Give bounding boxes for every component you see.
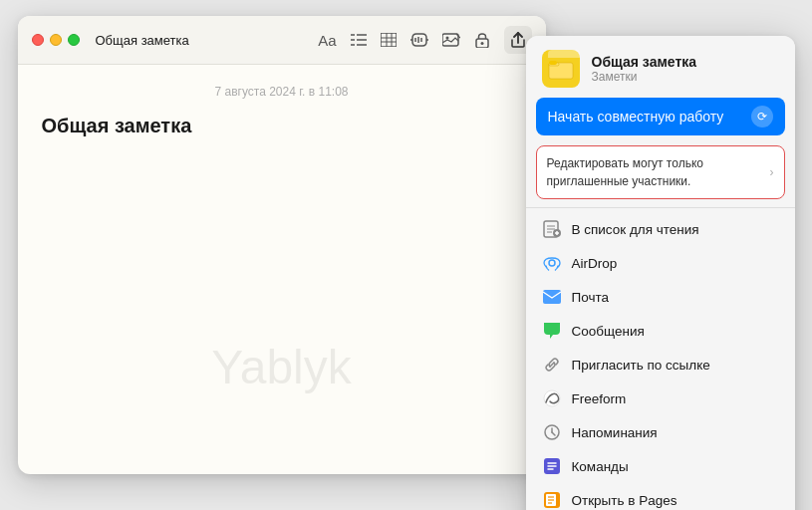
- menu-item-pages[interactable]: Открыть в Pages: [526, 483, 795, 510]
- reminders-icon: [542, 422, 562, 442]
- watermark: Yablyk: [211, 340, 352, 394]
- svg-rect-16: [442, 34, 458, 46]
- dropdown-menu: Общая заметка Заметки Начать совместную …: [526, 36, 795, 510]
- reading-list-label: В список для чтения: [572, 222, 699, 237]
- notes-window: Общая заметка Aa: [18, 16, 546, 474]
- svg-point-30: [549, 260, 555, 266]
- invite-chevron-icon: ›: [770, 163, 774, 181]
- window-title: Общая заметка: [96, 33, 189, 48]
- table-icon[interactable]: [381, 33, 397, 47]
- menu-item-link[interactable]: Пригласить по ссылке: [526, 348, 795, 382]
- close-button[interactable]: [32, 34, 44, 46]
- svg-point-33: [544, 390, 560, 406]
- collab-label: Начать совместную работу: [548, 109, 724, 125]
- menu-note-title: Общая заметка: [592, 54, 697, 70]
- note-date: 7 августа 2024 г. в 11:08: [42, 85, 522, 99]
- menu-note-subtitle: Заметки: [592, 70, 697, 84]
- notes-content: 7 августа 2024 г. в 11:08 Общая заметка …: [18, 65, 546, 474]
- menu-item-messages[interactable]: Сообщения: [526, 314, 795, 348]
- audio-icon[interactable]: [410, 33, 428, 47]
- media-icon[interactable]: [442, 33, 460, 47]
- svg-rect-31: [543, 290, 561, 304]
- collab-section: Начать совместную работу ⟳: [526, 98, 795, 145]
- traffic-lights: [32, 34, 80, 46]
- airdrop-icon: [542, 253, 562, 273]
- lock-icon[interactable]: [474, 32, 490, 48]
- mail-label: Почта: [572, 290, 610, 305]
- svg-rect-22: [549, 61, 557, 65]
- commands-icon: [542, 456, 562, 476]
- note-title: Общая заметка: [42, 115, 522, 137]
- link-icon: [542, 355, 562, 375]
- toolbar-icons: Aa: [318, 26, 531, 54]
- link-label: Пригласить по ссылке: [572, 358, 710, 373]
- collab-button[interactable]: Начать совместную работу ⟳: [536, 98, 785, 135]
- reading-list-icon: [542, 219, 562, 239]
- pages-label: Открыть в Pages: [572, 493, 677, 508]
- freeform-icon: [542, 388, 562, 408]
- menu-item-reminders[interactable]: Напоминания: [526, 415, 795, 449]
- collab-icon: ⟳: [751, 106, 773, 128]
- menu-item-freeform[interactable]: Freeform: [526, 382, 795, 415]
- titlebar: Общая заметка Aa: [18, 16, 546, 65]
- svg-rect-6: [381, 33, 397, 47]
- freeform-label: Freeform: [572, 391, 627, 406]
- menu-item-reading-list[interactable]: В список для чтения: [526, 212, 795, 246]
- reminders-label: Напоминания: [572, 425, 658, 440]
- mail-icon: [542, 287, 562, 307]
- commands-label: Команды: [572, 459, 629, 474]
- invite-text: Редактировать могут только приглашенные …: [547, 154, 764, 190]
- menu-header-text: Общая заметка Заметки: [592, 54, 697, 84]
- messages-label: Сообщения: [572, 324, 645, 339]
- menu-header: Общая заметка Заметки: [526, 36, 795, 98]
- messages-icon: [542, 321, 562, 341]
- svg-point-17: [445, 37, 448, 40]
- invite-box[interactable]: Редактировать могут только приглашенные …: [536, 145, 785, 199]
- svg-point-19: [480, 42, 483, 45]
- svg-line-32: [550, 363, 554, 367]
- menu-item-mail[interactable]: Почта: [526, 280, 795, 314]
- svg-line-36: [552, 432, 555, 435]
- menu-item-airdrop[interactable]: AirDrop: [526, 246, 795, 280]
- zoom-button[interactable]: [68, 34, 80, 46]
- note-folder-icon: [542, 50, 580, 88]
- pages-icon: [542, 490, 562, 510]
- minimize-button[interactable]: [50, 34, 62, 46]
- list-icon[interactable]: [351, 33, 367, 47]
- menu-item-commands[interactable]: Команды: [526, 449, 795, 483]
- menu-items: В список для чтения AirDrop Почта Сообще…: [526, 208, 795, 510]
- format-icon[interactable]: Aa: [318, 32, 336, 49]
- airdrop-label: AirDrop: [572, 256, 618, 271]
